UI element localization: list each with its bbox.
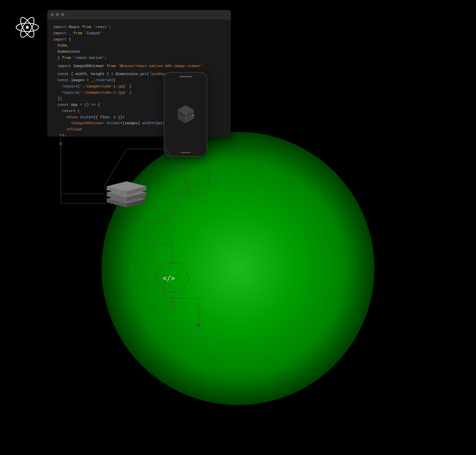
window-titlebar bbox=[47, 10, 231, 19]
window-dot-minimize bbox=[56, 13, 59, 16]
react-logo bbox=[15, 15, 40, 40]
code-line-5: Dimensions bbox=[53, 49, 225, 55]
code-line-blank1 bbox=[53, 61, 225, 63]
svg-point-11 bbox=[26, 26, 29, 29]
cube-3d-icon bbox=[174, 103, 197, 125]
code-line-2: import _ from 'lodash' bbox=[53, 31, 225, 37]
code-line-3: import { bbox=[53, 37, 225, 43]
code-tag-label: </> bbox=[163, 274, 175, 282]
code-line-1: import React from 'react'; bbox=[53, 24, 225, 31]
code-line-6: } from 'react-native'; bbox=[53, 55, 225, 61]
svg-point-38 bbox=[171, 305, 174, 308]
phone-speaker bbox=[179, 76, 192, 77]
code-line-8: import Image360Viewer from '@hauvo/react… bbox=[53, 63, 225, 70]
code-line-4: View, bbox=[53, 43, 225, 49]
window-dot-maximize bbox=[61, 13, 64, 16]
code-line-blank2 bbox=[53, 69, 225, 71]
window-dot-close bbox=[51, 13, 54, 16]
diagram-area: </> bbox=[50, 134, 223, 308]
svg-point-29 bbox=[59, 134, 62, 136]
